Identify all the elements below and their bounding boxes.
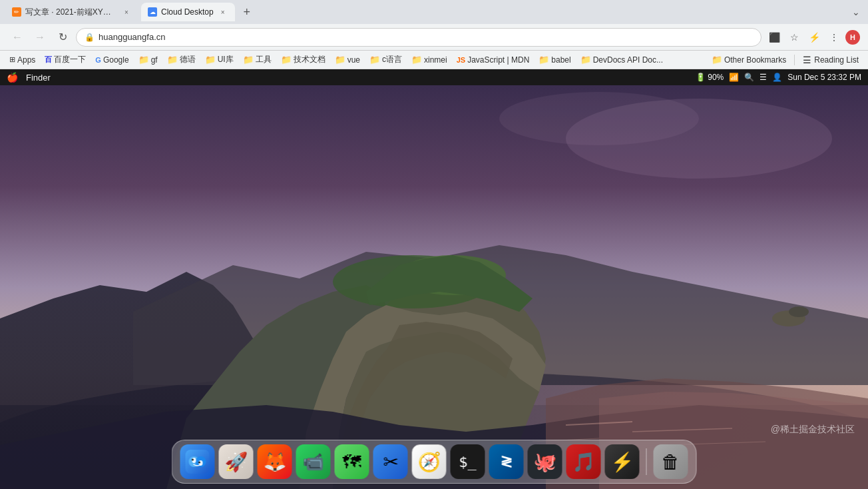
bookmark-ui[interactable]: 📁 UI库 xyxy=(201,53,238,67)
svg-point-30 xyxy=(198,462,200,464)
dock-safari-icon[interactable]: 🧭 xyxy=(412,444,447,479)
folder-clang-icon: 📁 xyxy=(369,55,380,65)
watermark: @稀土掘金技术社区 xyxy=(771,424,855,436)
toolbar: ← → ↻ 🔒 huangguangfa.cn ⬛ ☆ ⚡ ⋮ H xyxy=(0,24,868,51)
folder-vue-icon: 📁 xyxy=(335,55,345,65)
bookmark-xinmei[interactable]: 📁 xinmei xyxy=(407,53,451,67)
reading-list-label: Reading List xyxy=(814,55,859,65)
search-spotlight[interactable]: 🔍 xyxy=(744,73,754,82)
folder-babel-icon: 📁 xyxy=(539,55,549,65)
user-account[interactable]: 👤 xyxy=(772,73,782,82)
battery-icon: 🔋 xyxy=(696,73,706,82)
reload-button[interactable]: ↻ xyxy=(53,28,72,47)
bookmark-clang[interactable]: 📁 c语言 xyxy=(365,53,406,67)
baidu-icon: 百 xyxy=(45,55,52,65)
battery-status[interactable]: 🔋 90% xyxy=(696,73,724,82)
bookmark-apps[interactable]: ⊞ Apps xyxy=(5,53,39,67)
tab-bar-chevron[interactable]: ⌄ xyxy=(849,4,863,20)
right-bookmarks: 📁 Other Bookmarks ☰ Reading List xyxy=(708,53,863,67)
tab-1[interactable]: ✏ 写文章 · 2021-前端XY的年终总... × xyxy=(5,3,138,21)
dock-vscode-icon[interactable]: ≷ xyxy=(489,444,524,479)
forward-button[interactable]: → xyxy=(31,28,49,47)
profile-avatar[interactable]: H xyxy=(845,30,860,45)
bookmark-google[interactable]: G Google xyxy=(91,53,132,67)
bookmark-de[interactable]: 📁 德语 xyxy=(163,53,200,67)
dock-github-icon[interactable]: 🐙 xyxy=(528,444,562,479)
svg-point-17 xyxy=(789,306,809,317)
tab-2-title: Cloud Desktop xyxy=(161,7,214,17)
dock-maps-icon[interactable]: 🗺 xyxy=(335,444,369,479)
dock-yank-icon[interactable]: ⚡ xyxy=(605,444,640,479)
folder-techdocs-icon: 📁 xyxy=(281,55,292,65)
chrome-menu-icon[interactable]: ⋮ xyxy=(825,29,843,46)
bookmark-vue[interactable]: 📁 vue xyxy=(331,53,364,67)
google-icon: G xyxy=(95,56,101,64)
bookmarks-divider xyxy=(794,55,795,65)
folder-xinmei-icon: 📁 xyxy=(411,55,422,65)
wifi-status[interactable]: 📶 xyxy=(729,73,739,82)
folder-tools-icon: 📁 xyxy=(243,55,254,65)
tab-2-favicon: ☁ xyxy=(148,7,157,17)
browser-chrome: ✏ 写文章 · 2021-前端XY的年终总... × ☁ Cloud Deskt… xyxy=(0,0,868,69)
bookmark-babel[interactable]: 📁 babel xyxy=(535,53,574,67)
new-tab-button[interactable]: + xyxy=(238,3,256,21)
dock-separator xyxy=(646,448,647,475)
mdn-icon: JS xyxy=(457,56,465,64)
dock-trash-icon[interactable]: 🗑 xyxy=(654,444,688,479)
bookmarks-bar: ⊞ Apps 百 百度一下 G Google 📁 gf 📁 德语 📁 UI库 📁… xyxy=(0,51,868,69)
reading-list-button[interactable]: ☰ Reading List xyxy=(799,53,863,67)
bookmark-baidu[interactable]: 百 百度一下 xyxy=(41,53,90,67)
bookmark-gf[interactable]: 📁 gf xyxy=(134,53,162,67)
bookmark-tools[interactable]: 📁 工具 xyxy=(239,53,276,67)
tab-bar: ✏ 写文章 · 2021-前端XY的年终总... × ☁ Cloud Deskt… xyxy=(0,0,868,24)
folder-de-icon: 📁 xyxy=(167,55,178,65)
address-bar[interactable]: 🔒 huangguangfa.cn xyxy=(76,28,761,47)
dock-finder-icon[interactable] xyxy=(180,444,215,479)
mac-status-bar: 🔋 90% 📶 🔍 ☰ 👤 Sun Dec 5 23:32 PM xyxy=(696,73,861,82)
tab-bar-right: ⌄ xyxy=(849,4,863,20)
apps-grid-icon: ⊞ xyxy=(9,55,15,64)
folder-devdocs-icon: 📁 xyxy=(580,55,591,65)
svg-point-29 xyxy=(192,459,194,461)
cast-icon[interactable]: ⬛ xyxy=(765,29,783,46)
extensions-icon[interactable]: ⚡ xyxy=(805,29,823,46)
dock-facetime-icon[interactable]: 📹 xyxy=(296,444,331,479)
tab-1-favicon: ✏ xyxy=(12,7,21,17)
svg-point-23 xyxy=(499,92,699,145)
finder-menu-item[interactable]: Finder xyxy=(26,73,51,83)
tab-2-close[interactable]: × xyxy=(218,7,228,17)
dock-launchpad-icon[interactable]: 🚀 xyxy=(219,444,254,479)
reading-list-icon: ☰ xyxy=(803,55,811,65)
folder-ui-icon: 📁 xyxy=(205,55,216,65)
bookmark-other[interactable]: 📁 Other Bookmarks xyxy=(708,53,790,67)
tab-1-title: 写文章 · 2021-前端XY的年终总... xyxy=(25,7,117,18)
bookmark-mdn[interactable]: JS JavaScript | MDN xyxy=(453,53,534,67)
notification-center[interactable]: ☰ xyxy=(760,73,767,82)
dock-firefox-icon[interactable]: 🦊 xyxy=(258,444,292,479)
bookmark-star-icon[interactable]: ☆ xyxy=(785,29,803,46)
battery-percent: 90% xyxy=(708,73,724,82)
tab-1-close[interactable]: × xyxy=(121,7,132,17)
lock-icon: 🔒 xyxy=(85,33,95,42)
desktop-background xyxy=(0,85,868,489)
bookmark-techdocs[interactable]: 📁 技术文档 xyxy=(277,53,329,67)
dock-screenium-icon[interactable]: ✂ xyxy=(373,444,408,479)
apple-menu[interactable]: 🍎 xyxy=(7,72,18,83)
bookmark-devdocs[interactable]: 📁 DevDocs API Doc... xyxy=(576,53,667,67)
tab-2[interactable]: ☁ Cloud Desktop × xyxy=(141,3,235,21)
wifi-icon: 📶 xyxy=(729,73,739,82)
dock-netease-icon[interactable]: 🎵 xyxy=(566,444,601,479)
back-button[interactable]: ← xyxy=(8,28,27,47)
mac-menubar: 🍎 Finder 🔋 90% 📶 🔍 ☰ 👤 Sun Dec 5 23:32 P… xyxy=(0,69,868,85)
toolbar-icons: ⬛ ☆ ⚡ ⋮ H xyxy=(765,29,860,46)
dock-terminal-icon[interactable]: $_ xyxy=(451,444,485,479)
address-url: huangguangfa.cn xyxy=(99,32,753,42)
dock: 🚀 🦊 📹 🗺 ✂ 🧭 $_ ≷ 🐙 xyxy=(172,440,697,484)
desktop: @稀土掘金技术社区 🚀 🦊 📹 xyxy=(0,85,868,489)
folder-other-icon: 📁 xyxy=(712,55,722,65)
folder-gf-icon: 📁 xyxy=(138,55,149,65)
datetime-display: Sun Dec 5 23:32 PM xyxy=(787,73,861,82)
